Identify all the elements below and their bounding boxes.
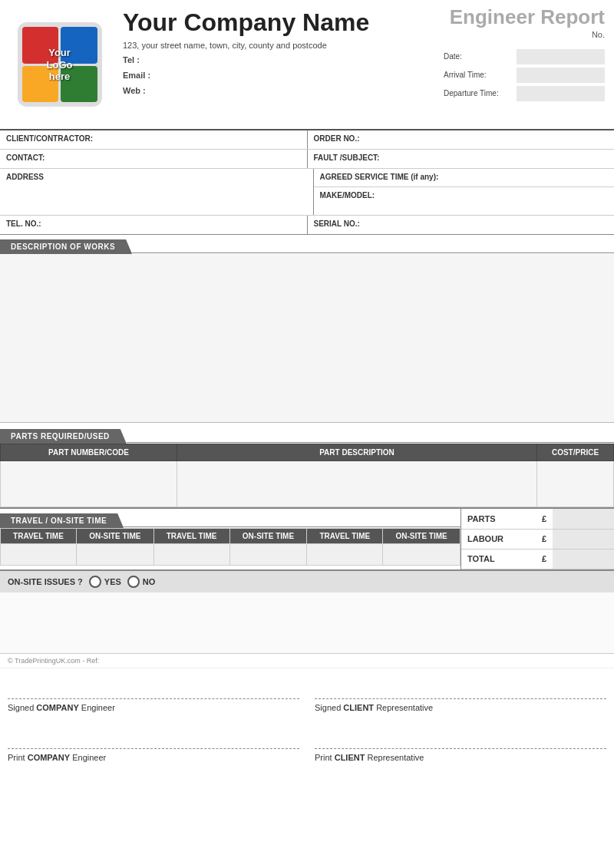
total-cost-value[interactable] <box>553 549 614 569</box>
sig-company-label: Signed COMPANY Engineer <box>8 703 299 712</box>
cube-face-blue <box>61 27 97 64</box>
logo-cube: Your LoGo here <box>18 22 102 107</box>
travel-d6[interactable] <box>383 544 460 566</box>
sig-company-block: Signed COMPANY Engineer <box>8 676 299 712</box>
row-address: ADDRESS AGREED SERVICE TIME (if any): MA… <box>0 169 614 216</box>
row-tel-serial: TEL. NO.: SERIAL NO.: <box>0 216 614 235</box>
issues-text-area[interactable] <box>0 592 614 654</box>
tel-no-label: TEL. NO.: <box>0 216 308 234</box>
parts-table: PART NUMBER/CODE PART DESCRIPTION COST/P… <box>0 444 614 507</box>
cube-face-yellow <box>22 66 59 103</box>
travel-col2a: TRAVEL TIME <box>154 529 229 544</box>
logo-box: Your LoGo here <box>15 21 104 109</box>
parts-section-header: PARTS REQUIRED/USED <box>0 429 614 444</box>
travel-tab: TRAVEL / ON-SITE TIME <box>0 513 124 528</box>
print-client-label: Print CLIENT Representative <box>315 753 606 762</box>
print-client-line <box>315 726 606 749</box>
arrival-value[interactable] <box>517 68 605 83</box>
travel-d1[interactable] <box>1 544 77 566</box>
sig-client-label: Signed CLIENT Representative <box>315 703 606 712</box>
company-name: Your Company Name <box>123 9 430 36</box>
date-value[interactable] <box>517 49 605 64</box>
labour-currency: £ <box>536 529 553 549</box>
travel-col3b: ON-SITE TIME <box>383 529 460 544</box>
travel-d3[interactable] <box>154 544 229 566</box>
works-section-line <box>132 252 614 253</box>
parts-tab: PARTS REQUIRED/USED <box>0 429 127 444</box>
travel-table: TRAVEL TIME ON-SITE TIME TRAVEL TIME ON-… <box>0 528 460 566</box>
date-row: Date: <box>444 48 605 65</box>
departure-row: Departure Time: <box>444 85 605 102</box>
print-company-label: Print COMPANY Engineer <box>8 753 299 762</box>
yes-radio-group[interactable]: YES <box>89 576 121 588</box>
report-fields: Date: Arrival Time: Departure Time: <box>444 48 605 102</box>
travel-col2b: ON-SITE TIME <box>229 529 307 544</box>
print-client-block: Print CLIENT Representative <box>315 726 606 762</box>
tel-line: Tel : <box>123 53 430 68</box>
total-cost-row: TOTAL £ <box>461 549 614 569</box>
cube-face-red <box>22 27 59 64</box>
email-line: Email : <box>123 68 430 84</box>
print-company-block: Print COMPANY Engineer <box>8 726 299 762</box>
sig-company-line <box>8 676 299 699</box>
yes-radio[interactable] <box>89 576 101 588</box>
works-area[interactable] <box>0 254 614 423</box>
no-radio[interactable] <box>127 576 140 588</box>
parts-col3-header: COST/PRICE <box>537 444 614 461</box>
address-right: AGREED SERVICE TIME (if any): MAKE/MODEL… <box>314 169 615 215</box>
order-label: ORDER NO.: <box>308 130 615 149</box>
page: Your LoGo here Your Company Name 123, yo… <box>0 0 614 868</box>
print-section: Print COMPANY Engineer Print CLIENT Repr… <box>0 718 614 770</box>
cube-face-green <box>61 66 97 103</box>
parts-cost-value[interactable] <box>553 509 614 529</box>
travel-section-line <box>124 526 460 527</box>
print-company-line <box>8 726 299 749</box>
travel-col1b: ON-SITE TIME <box>76 529 154 544</box>
parts-col1-header: PART NUMBER/CODE <box>1 444 177 461</box>
travel-d4[interactable] <box>229 544 307 566</box>
travel-d2[interactable] <box>76 544 154 566</box>
parts-row1-code[interactable] <box>1 461 177 507</box>
company-contacts: Tel : Email : Web : <box>123 53 430 98</box>
travel-d5[interactable] <box>307 544 383 566</box>
travel-col1a: TRAVEL TIME <box>1 529 77 544</box>
works-tab: DESCRIPTION OF WORKS <box>0 239 132 254</box>
travel-section-header: TRAVEL / ON-SITE TIME <box>0 513 460 528</box>
yes-label: YES <box>104 577 121 586</box>
footer-copyright: © TradePrintingUK.com - Ref: <box>0 654 614 668</box>
total-cost-label: TOTAL <box>461 549 536 569</box>
arrival-label: Arrival Time: <box>444 71 517 79</box>
report-info: Engineer Report No. Date: Arrival Time: … <box>437 0 614 129</box>
parts-col2-header: PART DESCRIPTION <box>177 444 537 461</box>
onsite-label: ON-SITE ISSUES ? <box>8 577 83 586</box>
total-currency: £ <box>536 549 553 569</box>
parts-row1-cost[interactable] <box>537 461 614 507</box>
parts-section-line <box>127 442 614 443</box>
row-client-order: CLIENT/CONTRACTOR: ORDER NO.: <box>0 130 614 150</box>
travel-left: TRAVEL / ON-SITE TIME TRAVEL TIME ON-SIT… <box>0 509 460 569</box>
make-model-label: MAKE/MODEL: <box>314 187 615 215</box>
parts-cost-row: PARTS £ <box>461 509 614 529</box>
sig-client-block: Signed CLIENT Representative <box>315 676 606 712</box>
labour-cost-value[interactable] <box>553 529 614 549</box>
departure-label: Departure Time: <box>444 89 517 97</box>
company-address: 123, your street name, town, city, count… <box>123 41 430 50</box>
departure-value[interactable] <box>517 86 605 101</box>
sig-client-line <box>315 676 606 699</box>
client-info-section: CLIENT/CONTRACTOR: ORDER NO.: CONTACT: F… <box>0 130 614 235</box>
logo-area: Your LoGo here <box>0 0 119 129</box>
onsite-section: ON-SITE ISSUES ? YES NO <box>0 569 614 592</box>
parts-row1-desc[interactable] <box>177 461 537 507</box>
service-time-label: AGREED SERVICE TIME (if any): <box>314 169 615 187</box>
works-section-header: DESCRIPTION OF WORKS <box>0 239 614 254</box>
parts-currency: £ <box>536 509 553 529</box>
travel-col3a: TRAVEL TIME <box>307 529 383 544</box>
client-label: CLIENT/CONTRACTOR: <box>0 130 308 149</box>
parts-row-1 <box>1 461 614 507</box>
no-radio-group[interactable]: NO <box>127 576 156 588</box>
serial-no-label: SERIAL NO.: <box>308 216 615 234</box>
parts-cost-label: PARTS <box>461 509 536 529</box>
parts-container: PARTS REQUIRED/USED PART NUMBER/CODE PAR… <box>0 429 614 507</box>
contact-label: CONTACT: <box>0 150 308 168</box>
labour-cost-label: LABOUR <box>461 529 536 549</box>
